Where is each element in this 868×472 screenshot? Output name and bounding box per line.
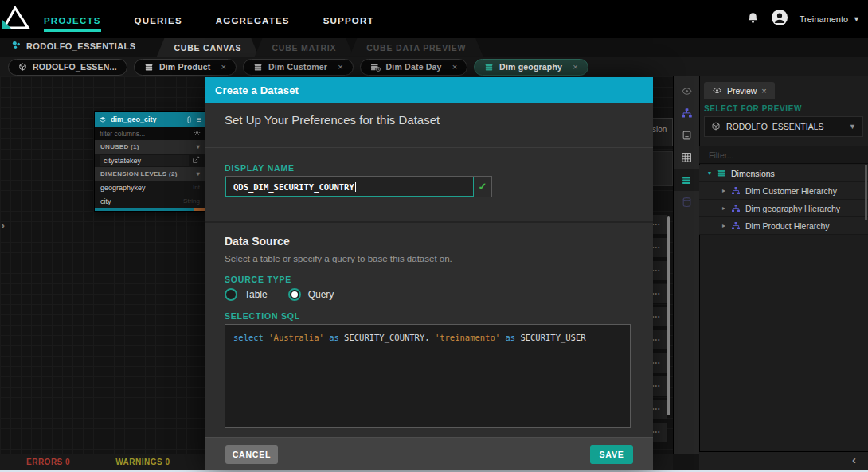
project-name: RODOLFO_ESSENTIALS xyxy=(26,41,135,51)
card-field-city[interactable]: city String xyxy=(95,194,205,208)
tab-preview[interactable]: Preview × xyxy=(704,82,775,99)
chip-dim-product[interactable]: Dim Product × xyxy=(134,59,237,76)
hidden-table-scrollbar[interactable] xyxy=(667,216,670,415)
cube-icon xyxy=(18,63,27,72)
user-menu[interactable]: Treinamento xyxy=(800,14,848,24)
chip-label: Dim Date Day xyxy=(386,62,442,72)
atscale-logo-icon[interactable] xyxy=(2,6,30,33)
sql-token: as xyxy=(505,333,520,342)
tree-node-dim-product-hierarchy[interactable]: ▸ Dim Product Hierarchy xyxy=(699,217,868,235)
left-panel-expander[interactable]: › xyxy=(1,218,5,232)
user-avatar[interactable] xyxy=(771,9,788,29)
card-menu-icon[interactable]: ≡ xyxy=(197,115,201,124)
display-name-value: QDS_DIM_SECURITY_COUNTRY xyxy=(233,182,354,192)
select-for-preview-label: SELECT FOR PREVIEW xyxy=(704,104,802,113)
notifications-bell-icon[interactable] xyxy=(746,11,760,28)
column-pill-icon[interactable] xyxy=(186,115,193,124)
chip-close-icon[interactable]: × xyxy=(452,62,457,72)
tree-label: Dim Customer Hierarchy xyxy=(745,186,837,196)
display-name-input[interactable]: QDS_DIM_SECURITY_COUNTRY xyxy=(225,177,474,197)
card-field-geographykey[interactable]: geographykey Int xyxy=(95,181,205,194)
caret-collapsed-icon[interactable]: ▸ xyxy=(720,187,728,194)
chip-dim-date-day[interactable]: Dim Date Day × xyxy=(360,59,468,76)
nav-item-queries[interactable]: QUERIES xyxy=(135,2,182,37)
panel-scrollbar[interactable] xyxy=(865,165,867,220)
chevron-down-icon[interactable]: ▾ xyxy=(197,143,200,150)
main-nav-items: PROJECTS QUERIES AGGREGATES SUPPORT xyxy=(44,2,374,37)
card-section-unused[interactable]: UNUSED (1) ▾ xyxy=(95,140,205,154)
chip-close-icon[interactable]: × xyxy=(573,62,577,72)
scrollbar-thumb[interactable] xyxy=(95,208,194,211)
radio-query[interactable]: Query xyxy=(288,288,334,301)
tab-cube-data-preview[interactable]: CUBE DATA PREVIEW xyxy=(349,38,483,57)
card-horizontal-scrollbar[interactable] xyxy=(95,208,205,211)
text-cursor xyxy=(355,182,356,192)
database-icon[interactable] xyxy=(674,191,700,213)
warnings-count[interactable]: WARNINGS 0 xyxy=(115,458,170,466)
sql-token: 'Australia' xyxy=(268,333,329,342)
chip-label: Dim Customer xyxy=(268,62,327,72)
field-name: city xyxy=(100,197,111,205)
chevron-down-icon[interactable]: ▾ xyxy=(197,170,200,177)
gear-icon[interactable] xyxy=(194,129,201,138)
edit-icon[interactable] xyxy=(192,156,200,166)
source-type-label: SOURCE TYPE xyxy=(225,275,291,284)
chip-label: Dim geography xyxy=(499,62,562,72)
filter-placeholder: filter columns... xyxy=(100,130,194,138)
chip-dim-geography[interactable]: Dim geography × xyxy=(474,59,588,76)
nav-item-aggregates[interactable]: AGGREGATES xyxy=(216,2,290,37)
hierarchy-icon[interactable] xyxy=(674,102,700,124)
save-button[interactable]: SAVE xyxy=(590,445,633,464)
display-name-label: DISPLAY NAME xyxy=(225,163,295,173)
dataset-card-dim-geo-city[interactable]: dim_geo_city ≡ filter columns... UNUSED … xyxy=(94,111,206,212)
card-section-dimension-levels[interactable]: DIMENSION LEVELS (2) ▾ xyxy=(95,167,205,181)
eye-icon[interactable] xyxy=(674,80,700,102)
tree-label: Dimensions xyxy=(731,169,775,178)
tree-node-dim-geography-hierarchy[interactable]: ▸ Dim geography Hierarchy xyxy=(699,200,868,217)
dimension-filter-field xyxy=(699,146,868,164)
dropdown-value: RODOLFO_ESSENTIALS xyxy=(726,122,843,131)
valid-check-icon: ✓ xyxy=(474,177,491,197)
rows-icon[interactable] xyxy=(674,169,700,191)
errors-count[interactable]: ERRORS 0 xyxy=(26,458,70,466)
caret-collapsed-icon[interactable]: ▸ xyxy=(720,222,728,229)
cancel-button[interactable]: CANCEL xyxy=(225,445,278,464)
sql-token: SECURITY_COUNTRY, xyxy=(344,333,435,342)
caret-expanded-icon[interactable]: ▾ xyxy=(706,170,714,177)
sql-token: SECURITY_USER xyxy=(520,333,585,342)
card-field-citystatekey[interactable]: citystatekey xyxy=(95,154,205,167)
dataset-card-header[interactable]: dim_geo_city ≡ xyxy=(95,112,205,127)
tree-label: Dim Product Hierarchy xyxy=(745,221,830,231)
project-breadcrumb[interactable]: RODOLFO_ESSENTIALS xyxy=(11,39,135,57)
close-icon[interactable]: × xyxy=(761,86,766,96)
caret-collapsed-icon[interactable]: ▸ xyxy=(720,205,728,212)
radio-circle-icon[interactable] xyxy=(225,288,237,301)
chip-dim-customer[interactable]: Dim Customer × xyxy=(243,59,354,76)
preview-cube-dropdown[interactable]: RODOLFO_ESSENTIALS ▼ xyxy=(704,116,863,137)
tree-node-dimensions[interactable]: ▾ Dimensions xyxy=(699,165,868,182)
sql-token: 'treinamento' xyxy=(435,333,506,342)
tab-cube-canvas[interactable]: CUBE CANVAS xyxy=(156,38,259,57)
source-type-radios: Table Query xyxy=(225,288,334,301)
nav-item-support[interactable]: SUPPORT xyxy=(323,2,374,37)
top-nav: PROJECTS QUERIES AGGREGATES SUPPORT Trei… xyxy=(0,0,868,38)
selection-sql-editor[interactable]: select 'Australia' as SECURITY_COUNTRY, … xyxy=(225,324,631,428)
nav-item-projects[interactable]: PROJECTS xyxy=(44,2,101,37)
notes-icon[interactable] xyxy=(674,124,700,146)
panel-footer xyxy=(699,451,868,470)
user-caret-icon[interactable]: ▼ xyxy=(853,15,860,23)
hierarchy-icon xyxy=(731,204,741,213)
filter-input[interactable] xyxy=(699,146,868,163)
chip-project[interactable]: RODOLFO_ESSEN... xyxy=(8,59,127,76)
collapse-panel-icon[interactable]: ‹ xyxy=(852,453,856,466)
radio-circle-icon[interactable] xyxy=(288,288,301,301)
radio-table[interactable]: Table xyxy=(225,288,268,301)
tree-label: Dim geography Hierarchy xyxy=(745,204,840,213)
tree-node-dim-customer-hierarchy[interactable]: ▸ Dim Customer Hierarchy xyxy=(699,182,868,200)
card-filter-columns-input[interactable]: filter columns... xyxy=(95,127,205,140)
chip-close-icon[interactable]: × xyxy=(338,62,342,72)
tab-cube-matrix[interactable]: CUBE MATRIX xyxy=(254,38,354,57)
create-dataset-modal: Create a Dataset Set Up Your Preferences… xyxy=(205,77,653,470)
grid-icon[interactable] xyxy=(674,146,700,169)
chip-close-icon[interactable]: × xyxy=(221,62,226,72)
